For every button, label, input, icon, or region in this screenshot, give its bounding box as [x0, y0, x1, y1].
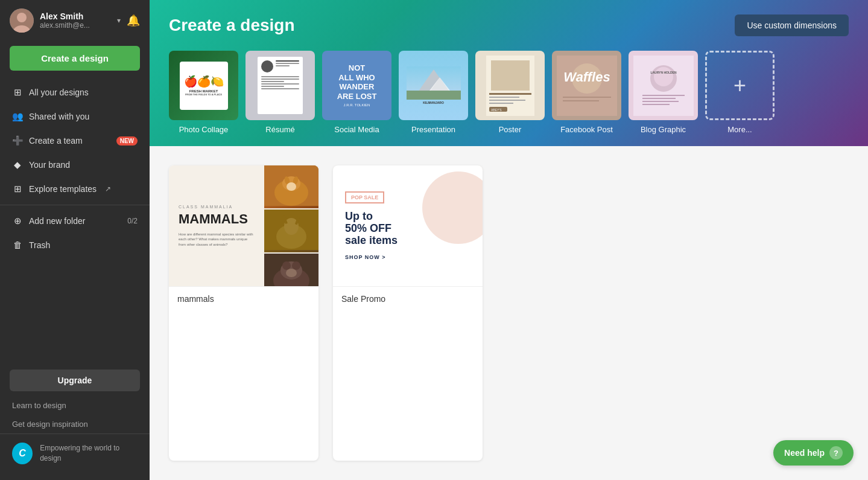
- svg-rect-7: [407, 91, 461, 100]
- header-area: Create a design Use custom dimensions 🍎🍊…: [150, 0, 868, 146]
- design-types-row: 🍎🍊🍋 FRESH MARKET FROM THE FIELDS TO A PL…: [169, 51, 849, 146]
- svg-point-34: [287, 182, 296, 191]
- design-type-facebook-post[interactable]: Waffles Facebook Post: [552, 51, 621, 134]
- resume-image: [246, 51, 315, 120]
- svg-point-1: [17, 13, 27, 22]
- facebook-post-preview: Waffles: [552, 51, 621, 120]
- presentation-preview: KILIMANJARO: [399, 51, 468, 120]
- svg-point-43: [282, 261, 291, 270]
- brand-icon: ◆: [12, 159, 23, 170]
- poster-label: Poster: [499, 125, 522, 134]
- svg-rect-12: [489, 100, 525, 101]
- blog-graphic-image: LAURYN HOLDEN: [629, 51, 698, 120]
- create-design-button[interactable]: Create a design: [10, 46, 140, 71]
- fresh-market-card: 🍎🍊🍋 FRESH MARKET FROM THE FIELDS TO A PL…: [180, 62, 228, 110]
- notification-bell-icon[interactable]: 🔔: [127, 14, 140, 27]
- nav-explore-label: Explore templates: [29, 184, 97, 194]
- design-card-mammals[interactable]: CLASS MAMMALIA MAMMALS How are different…: [169, 165, 318, 461]
- design-type-more[interactable]: + More...: [705, 51, 775, 134]
- mammals-body: How are different mammal species similar…: [179, 232, 255, 247]
- explore-icon: ⊞: [12, 184, 23, 194]
- svg-rect-26: [642, 98, 676, 99]
- footer-tagline: Empowering the world to design: [40, 443, 138, 464]
- new-badge: NEW: [116, 136, 138, 146]
- mammals-preview: CLASS MAMMALIA MAMMALS How are different…: [169, 165, 318, 286]
- create-team-icon: ➕: [12, 135, 23, 146]
- user-profile[interactable]: Alex Smith alex.smith@e... ▾ 🔔: [0, 0, 150, 41]
- presentation-image: KILIMANJARO: [399, 51, 468, 120]
- social-media-preview: NOT ALL WHO WANDER ARE LOST J.R.R. TOLKI…: [322, 51, 391, 120]
- nav-all-designs[interactable]: ⊞ All your designs: [0, 80, 150, 104]
- poster-preview: ABEY'S: [475, 51, 545, 120]
- photo-collage-label: Photo Collage: [179, 125, 229, 134]
- more-preview: +: [705, 51, 775, 120]
- nav-trash-label: Trash: [29, 240, 50, 250]
- external-link-icon: ↗: [105, 185, 111, 193]
- presentation-text: KILIMANJARO: [423, 101, 444, 104]
- social-media-card-inner: NOT ALL WHO WANDER ARE LOST J.R.R. TOLKI…: [332, 59, 382, 112]
- design-type-photo-collage[interactable]: 🍎🍊🍋 FRESH MARKET FROM THE FIELDS TO A PL…: [169, 51, 238, 134]
- sidebar: Alex Smith alex.smith@e... ▾ 🔔 Create a …: [0, 0, 150, 480]
- svg-text:ABEY'S: ABEY'S: [491, 108, 502, 112]
- nav-all-designs-label: All your designs: [29, 88, 89, 97]
- learn-to-design-link[interactable]: Learn to design: [0, 396, 150, 415]
- social-media-image: NOT ALL WHO WANDER ARE LOST J.R.R. TOLKI…: [322, 51, 391, 120]
- canva-footer: C Empowering the world to design: [0, 434, 150, 473]
- chevron-down-icon: ▾: [117, 16, 121, 25]
- blog-svg: LAURYN HOLDEN: [633, 56, 694, 116]
- shared-icon: 👥: [12, 111, 23, 122]
- get-design-inspiration-link[interactable]: Get design inspiration: [0, 415, 150, 434]
- deer-image: [264, 210, 318, 254]
- social-media-label: Social Media: [334, 125, 379, 134]
- more-card: +: [705, 51, 775, 120]
- facebook-post-label: Facebook Post: [560, 125, 613, 134]
- sidebar-bottom: Upgrade Learn to design Get design inspi…: [0, 365, 150, 480]
- folder-count-badge: 0/2: [127, 217, 138, 225]
- nav-explore[interactable]: ⊞ Explore templates ↗: [0, 177, 150, 201]
- trash-icon: 🗑: [12, 240, 23, 250]
- mammals-card-label: mammals: [169, 286, 318, 311]
- svg-point-23: [654, 67, 673, 86]
- mammals-photos: [264, 165, 318, 286]
- design-type-poster[interactable]: ABEY'S Poster: [475, 51, 545, 134]
- sale-promo-card-label: Sale Promo: [333, 286, 483, 311]
- user-info: Alex Smith alex.smith@e...: [40, 11, 111, 30]
- design-type-social-media[interactable]: NOT ALL WHO WANDER ARE LOST J.R.R. TOLKI…: [322, 51, 391, 134]
- all-designs-icon: ⊞: [12, 87, 23, 98]
- mammals-title: MAMMALS: [179, 211, 255, 227]
- blog-graphic-preview: LAURYN HOLDEN: [629, 51, 698, 120]
- need-help-button[interactable]: Need help ?: [773, 440, 854, 466]
- resume-avatar: [261, 60, 273, 72]
- photo-collage-image: 🍎🍊🍋 FRESH MARKET FROM THE FIELDS TO A PL…: [169, 51, 238, 120]
- sale-promo-content: POP SALE Up to50% OFFsale items SHOP NOW…: [333, 165, 483, 286]
- header-top: Create a design Use custom dimensions: [169, 14, 849, 36]
- svg-rect-11: [489, 97, 519, 98]
- custom-dimensions-button[interactable]: Use custom dimensions: [735, 14, 849, 36]
- facebook-post-image: Waffles: [552, 51, 621, 120]
- nav-create-team-label: Create a team: [29, 136, 83, 146]
- nav-trash[interactable]: 🗑 Trash: [0, 233, 150, 257]
- svg-rect-10: [489, 93, 531, 95]
- page-title: Create a design: [169, 16, 295, 35]
- svg-rect-9: [491, 60, 530, 91]
- user-email: alex.smith@e...: [40, 21, 111, 30]
- svg-rect-25: [642, 95, 685, 96]
- resume-preview: [246, 51, 315, 120]
- poster-image: ABEY'S: [475, 51, 545, 120]
- main-content: Create a design Use custom dimensions 🍎🍊…: [150, 0, 868, 480]
- add-folder-icon: ⊕: [12, 216, 23, 226]
- design-type-blog-graphic[interactable]: LAURYN HOLDEN Blog Graphic: [629, 51, 698, 134]
- content-area: CLASS MAMMALIA MAMMALS How are different…: [150, 146, 868, 480]
- canva-logo: C: [12, 443, 33, 464]
- need-help-label: Need help: [784, 448, 825, 458]
- nav-add-folder[interactable]: ⊕ Add new folder 0/2: [0, 209, 150, 233]
- nav-create-team[interactable]: ➕ Create a team NEW: [0, 129, 150, 153]
- user-name: Alex Smith: [40, 11, 111, 21]
- design-type-resume[interactable]: Résumé: [246, 51, 315, 134]
- design-type-presentation[interactable]: KILIMANJARO Presentation: [399, 51, 468, 134]
- nav-your-brand[interactable]: ◆ Your brand: [0, 153, 150, 177]
- mammals-class-label: CLASS MAMMALIA: [179, 205, 255, 209]
- upgrade-button[interactable]: Upgrade: [10, 370, 140, 391]
- design-card-sale-promo[interactable]: POP SALE Up to50% OFFsale items SHOP NOW…: [333, 165, 483, 461]
- nav-shared[interactable]: 👥 Shared with you: [0, 104, 150, 129]
